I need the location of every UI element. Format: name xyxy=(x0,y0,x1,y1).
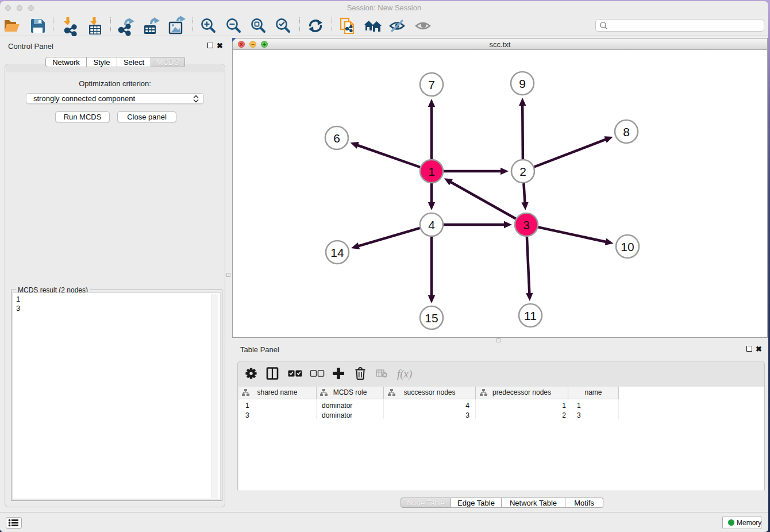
svg-text:11: 11 xyxy=(524,309,537,322)
svg-text:9: 9 xyxy=(519,77,526,90)
svg-text:14: 14 xyxy=(330,246,344,259)
svg-text:15: 15 xyxy=(425,311,438,325)
svg-text:6: 6 xyxy=(333,132,340,145)
svg-text:8: 8 xyxy=(623,125,630,138)
svg-text:f(x): f(x) xyxy=(397,368,412,380)
svg-text:3: 3 xyxy=(523,218,530,232)
svg-text:4: 4 xyxy=(428,218,435,232)
svg-text:7: 7 xyxy=(428,78,435,91)
svg-text:1: 1 xyxy=(428,165,435,178)
svg-text:2: 2 xyxy=(519,165,526,178)
svg-text:10: 10 xyxy=(621,240,634,253)
